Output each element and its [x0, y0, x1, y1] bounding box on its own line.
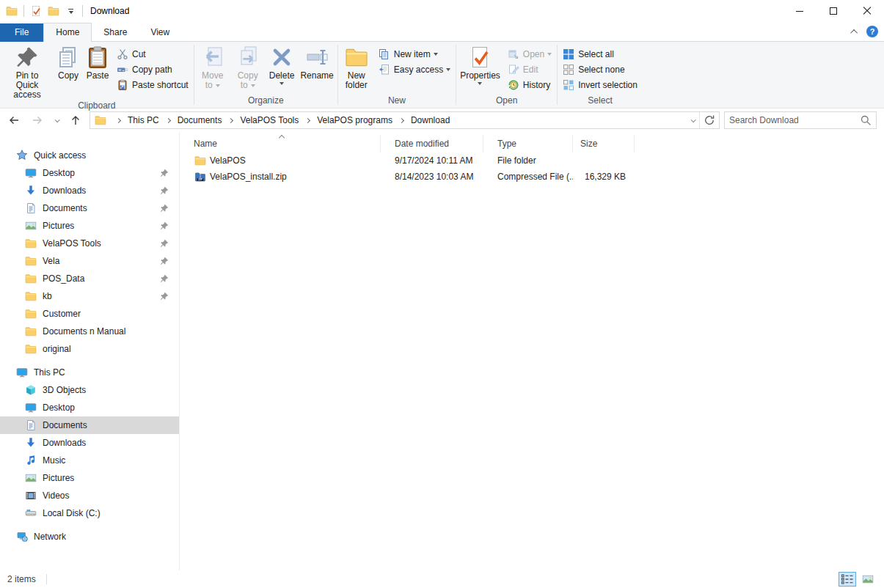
edit-icon — [508, 64, 519, 76]
up-button[interactable] — [66, 111, 85, 130]
paste-shortcut-icon — [117, 79, 128, 91]
file-row-velapos[interactable]: VelaPOS 9/17/2024 10:11 AM File folder — [180, 152, 884, 169]
button-label: Copy to — [238, 70, 258, 90]
button-label: Delete — [269, 71, 295, 81]
button-label: Move to — [202, 70, 223, 90]
sidebar-section-network[interactable]: Network — [0, 528, 179, 545]
large-icons-view-button[interactable] — [859, 572, 877, 587]
refresh-button[interactable] — [701, 111, 717, 130]
minimize-button[interactable] — [783, 0, 817, 22]
tab-share[interactable]: Share — [92, 23, 139, 42]
copy-to-button[interactable]: Copy to — [230, 43, 266, 90]
details-view-button[interactable] — [839, 572, 856, 587]
pin-to-quick-access-button[interactable]: Pin to Quick access — [1, 43, 54, 100]
item-label: 3D Objects — [43, 385, 86, 395]
address-bar[interactable]: This PC Documents VelaPOS Tools VelaPOS … — [90, 111, 720, 129]
sidebar-item-local-disk-c[interactable]: Local Disk (C:) — [0, 504, 179, 522]
copy-path-button[interactable]: Copy path — [112, 62, 193, 77]
help-icon[interactable]: ? — [866, 26, 878, 37]
item-label: Music — [43, 455, 65, 466]
sidebar-item-downloads[interactable]: Downloads — [0, 182, 179, 199]
sidebar-item-pictures[interactable]: Pictures — [0, 217, 179, 235]
collapse-ribbon-icon[interactable] — [850, 29, 858, 36]
paste-shortcut-button[interactable]: Paste shortcut — [112, 77, 193, 92]
open-button[interactable]: Open — [503, 46, 556, 62]
sidebar-item-desktop[interactable]: Desktop — [0, 164, 179, 182]
ribbon-group-organize: Move to Copy to Delete Rename Organize — [194, 42, 337, 108]
rename-button[interactable]: Rename — [297, 43, 336, 81]
breadcrumb-velapos-programs[interactable]: VelaPOS programs — [315, 115, 394, 125]
close-button[interactable] — [850, 0, 884, 22]
videos-icon — [25, 490, 37, 501]
breadcrumb-download[interactable]: Download — [409, 115, 451, 125]
column-header-date-modified[interactable]: Date modified — [381, 135, 483, 152]
button-label: Rename — [300, 71, 333, 81]
sidebar-item-kb[interactable]: kb — [0, 287, 179, 305]
button-label: Cut — [132, 49, 146, 59]
sidebar-item-documents-n-manual[interactable]: Documents n Manual — [0, 323, 179, 340]
breadcrumb-velapos-tools[interactable]: VelaPOS Tools — [238, 115, 300, 125]
sidebar-item-music[interactable]: Music — [0, 452, 179, 469]
section-label: This PC — [34, 367, 65, 378]
button-label: Copy — [58, 71, 78, 81]
tab-file[interactable]: File — [0, 23, 43, 42]
sidebar-item-original[interactable]: original — [0, 340, 179, 358]
search-icon[interactable] — [860, 114, 872, 126]
invert-selection-button[interactable]: Invert selection — [558, 77, 642, 92]
column-header-type[interactable]: Type — [483, 135, 573, 152]
edit-button[interactable]: Edit — [503, 62, 556, 77]
back-button[interactable] — [4, 111, 23, 130]
column-header-size[interactable]: Size — [573, 135, 635, 152]
titlebar-separator — [82, 5, 83, 17]
sidebar-item-customer[interactable]: Customer — [0, 305, 179, 323]
qat-new-folder-button[interactable] — [48, 5, 59, 17]
qat-customize-dropdown[interactable] — [68, 9, 73, 14]
sidebar-item-pc-documents[interactable]: Documents — [0, 416, 179, 434]
sidebar-item-vela[interactable]: Vela — [0, 252, 179, 270]
address-dropdown[interactable] — [687, 111, 698, 130]
sidebar-item-videos[interactable]: Videos — [0, 487, 179, 504]
properties-icon — [30, 5, 42, 17]
sidebar-item-pc-downloads[interactable]: Downloads — [0, 434, 179, 452]
pin-icon — [160, 274, 169, 283]
sidebar-item-3d-objects[interactable]: 3D Objects — [0, 381, 179, 399]
item-label: Documents n Manual — [43, 326, 125, 337]
easy-access-button[interactable]: Easy access — [374, 62, 455, 77]
tab-home[interactable]: Home — [43, 23, 92, 42]
scissors-icon — [117, 48, 128, 60]
tab-view[interactable]: View — [139, 23, 181, 42]
sidebar-item-documents[interactable]: Documents — [0, 199, 179, 217]
delete-button[interactable]: Delete — [266, 43, 298, 85]
new-folder-button[interactable]: New folder — [339, 43, 374, 90]
maximize-button[interactable] — [817, 0, 850, 22]
cut-button[interactable]: Cut — [112, 46, 193, 62]
recent-locations-dropdown[interactable] — [51, 111, 62, 130]
sidebar-item-pc-desktop[interactable]: Desktop — [0, 399, 179, 416]
sidebar-section-this-pc[interactable]: This PC — [0, 364, 179, 381]
select-none-button[interactable]: Select none — [558, 62, 642, 77]
downloads-icon — [25, 185, 37, 196]
file-row-velapos-install-zip[interactable]: VelaPOS_install.zip 8/14/2023 10:03 AM C… — [180, 169, 884, 185]
properties-icon — [468, 45, 492, 69]
properties-button[interactable]: Properties — [457, 43, 503, 85]
copy-button[interactable]: Copy — [54, 43, 83, 81]
folder-icon — [25, 273, 37, 284]
history-button[interactable]: History — [503, 77, 556, 92]
breadcrumb-this-pc[interactable]: This PC — [126, 115, 161, 125]
paste-button[interactable]: Paste — [83, 43, 112, 81]
column-headers: Name Date modified Type Size — [180, 135, 884, 152]
move-to-button[interactable]: Move to — [195, 43, 230, 90]
search-input[interactable] — [729, 115, 860, 125]
sidebar-item-pos-data[interactable]: POS_Data — [0, 270, 179, 287]
sidebar-item-velapos-tools[interactable]: VelaPOS Tools — [0, 235, 179, 252]
sidebar-item-pc-pictures[interactable]: Pictures — [0, 469, 179, 487]
new-item-button[interactable]: New item — [374, 46, 455, 62]
qat-properties-button[interactable] — [30, 5, 42, 17]
sidebar-section-quick-access[interactable]: Quick access — [0, 147, 179, 164]
column-header-name[interactable]: Name — [180, 135, 381, 152]
select-all-button[interactable]: Select all — [558, 46, 642, 62]
forward-button[interactable] — [28, 111, 47, 130]
ribbon-group-clipboard: Pin to Quick access Copy Paste Cut — [0, 42, 194, 108]
details-view-icon — [841, 574, 854, 584]
breadcrumb-documents[interactable]: Documents — [176, 115, 224, 125]
